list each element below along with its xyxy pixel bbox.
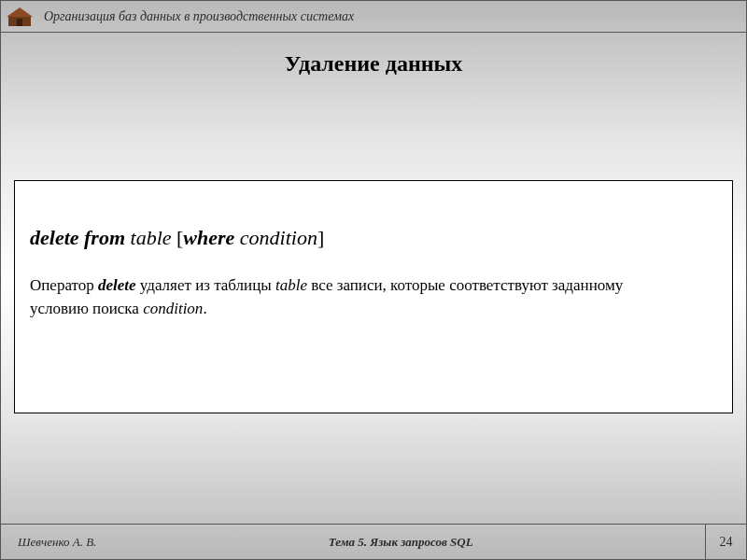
desc-kw-delete: delete [98, 276, 136, 294]
desc-em-condition: condition [143, 300, 203, 317]
desc-em-table: table [275, 276, 307, 294]
author: Шевченко А. В. [1, 535, 96, 550]
svg-rect-2 [17, 19, 22, 26]
footer-bar: Шевченко А. В. Тема 5. Язык запросов SQL… [1, 524, 746, 559]
desc-pre: Оператор [30, 276, 98, 294]
page-number: 24 [705, 525, 746, 559]
description: Оператор delete удаляет из таблицы table… [30, 274, 684, 320]
topic: Тема 5. Язык запросов SQL [96, 535, 705, 550]
header-bar: Организация баз данных в производственны… [1, 1, 746, 33]
bracket-close: ] [317, 226, 324, 249]
syntax-condition: condition [234, 226, 317, 249]
content-box: delete from table [where condition] Опер… [14, 180, 733, 413]
kw-delete-from: delete from [30, 226, 125, 249]
course-title: Организация баз данных в производственны… [44, 9, 354, 24]
syntax-line: delete from table [where condition] [30, 226, 717, 250]
slide-title: Удаление данных [1, 51, 746, 77]
slide: Организация баз данных в производственны… [0, 0, 747, 560]
syntax-table: table [131, 226, 172, 249]
logo-icon [5, 5, 35, 29]
bracket-open: [ [172, 226, 184, 249]
desc-mid1: удаляет из таблицы [136, 276, 275, 294]
kw-where: where [183, 226, 234, 249]
svg-marker-1 [7, 7, 33, 17]
desc-post: . [203, 300, 206, 317]
